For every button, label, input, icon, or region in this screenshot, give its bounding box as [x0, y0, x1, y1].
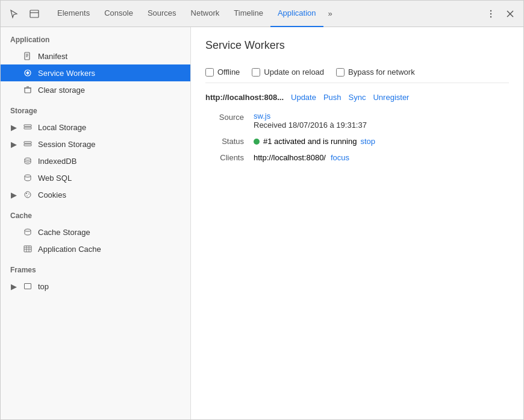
local-storage-arrow-icon: ▶ — [10, 124, 17, 131]
options-row: Offline Update on reload Bypass for netw… — [205, 61, 509, 83]
update-on-reload-input[interactable] — [252, 68, 260, 77]
web-sql-icon — [22, 172, 33, 183]
svg-point-24 — [28, 193, 30, 195]
tab-elements[interactable]: Elements — [50, 1, 97, 27]
cache-storage-icon — [22, 227, 33, 237]
top-frame-icon — [22, 281, 33, 292]
content-panel: Service Workers Offline Update on reload… — [191, 27, 523, 420]
tab-bar: Elements Console Sources Network Timelin… — [1, 1, 523, 27]
clients-label: Clients — [205, 153, 254, 162]
sidebar-item-cookies[interactable]: ▶ Cookies — [1, 186, 190, 203]
svg-rect-13 — [25, 88, 31, 93]
svg-rect-16 — [24, 125, 31, 127]
tab-console[interactable]: Console — [97, 1, 140, 27]
sw-source-row: Source sw.js Received 18/07/2016 à 19:31… — [205, 111, 509, 137]
svg-point-20 — [25, 158, 31, 160]
svg-point-3 — [490, 13, 491, 14]
update-on-reload-label: Update on reload — [264, 67, 324, 77]
manifest-icon — [22, 51, 33, 61]
tab-sources[interactable]: Sources — [140, 1, 184, 27]
devtools-icons — [5, 5, 43, 22]
svg-point-2 — [490, 10, 491, 11]
dock-icon[interactable] — [26, 5, 43, 22]
sidebar-item-web-sql[interactable]: Web SQL — [1, 169, 190, 186]
sw-clients-row: Clients http://localhost:8080/ focus — [205, 153, 509, 162]
tab-application[interactable]: Application — [270, 1, 323, 27]
sw-unregister-link[interactable]: Unregister — [373, 93, 409, 102]
overflow-menu-icon[interactable] — [482, 5, 499, 22]
sw-sync-link[interactable]: Sync — [349, 93, 366, 102]
sidebar-item-clear-storage[interactable]: Clear storage — [1, 81, 190, 98]
close-icon[interactable] — [502, 5, 519, 22]
svg-point-26 — [25, 229, 31, 231]
clear-storage-label: Clear storage — [38, 86, 85, 95]
menu-icons — [482, 5, 519, 22]
offline-label: Offline — [217, 67, 240, 77]
local-storage-label: Local Storage — [38, 123, 86, 132]
svg-point-4 — [490, 16, 491, 17]
update-on-reload-checkbox[interactable]: Update on reload — [252, 67, 324, 77]
sw-source-file-link[interactable]: sw.js — [254, 111, 270, 121]
svg-point-23 — [26, 193, 27, 194]
sw-received-text: Received 18/07/2016 à 19:31:37 — [254, 121, 367, 130]
sw-stop-link[interactable]: stop — [360, 137, 375, 146]
sw-update-link[interactable]: Update — [291, 93, 316, 102]
indexeddb-label: IndexedDB — [38, 157, 76, 166]
indexeddb-icon — [22, 155, 33, 166]
tab-network[interactable]: Network — [184, 1, 227, 27]
svg-point-12 — [27, 72, 29, 74]
sidebar-item-application-cache[interactable]: Application Cache — [1, 240, 190, 257]
offline-checkbox[interactable]: Offline — [205, 67, 240, 77]
sidebar-item-cache-storage[interactable]: Cache Storage — [1, 224, 190, 240]
sw-details-table: Source sw.js Received 18/07/2016 à 19:31… — [205, 111, 509, 162]
clear-storage-icon — [22, 84, 33, 95]
sidebar: Application Manifest Serv — [1, 27, 191, 420]
top-arrow-icon: ▶ — [10, 283, 17, 290]
sw-status-row: Status #1 activated and is running stop — [205, 137, 509, 153]
svg-point-22 — [25, 192, 31, 198]
cursor-icon[interactable] — [5, 5, 22, 22]
clients-url: http://localhost:8080/ — [254, 153, 326, 162]
service-worker-entry: http://localhost:808... Update Push Sync… — [205, 93, 509, 162]
sw-push-link[interactable]: Push — [323, 93, 342, 102]
bypass-for-network-input[interactable] — [336, 68, 345, 77]
cookies-arrow-icon: ▶ — [10, 191, 17, 198]
local-storage-icon — [22, 122, 33, 133]
sidebar-item-service-workers[interactable]: Service Workers — [1, 64, 190, 81]
application-section-header: Application — [1, 27, 190, 48]
svg-rect-7 — [25, 52, 30, 60]
bypass-for-network-label: Bypass for network — [348, 67, 415, 77]
tab-timeline[interactable]: Timeline — [226, 1, 270, 27]
session-storage-icon — [22, 139, 33, 149]
cache-storage-label: Cache Storage — [38, 228, 90, 237]
sw-url: http://localhost:808... — [205, 93, 284, 102]
application-cache-icon — [22, 243, 33, 254]
service-workers-label: Service Workers — [38, 69, 95, 78]
bypass-for-network-checkbox[interactable]: Bypass for network — [336, 67, 415, 77]
storage-section-header: Storage — [1, 98, 190, 119]
source-label: Source — [205, 111, 254, 137]
cache-section-header: Cache — [1, 203, 190, 224]
frames-section-header: Frames — [1, 257, 190, 278]
offline-input[interactable] — [205, 68, 214, 77]
sidebar-item-local-storage[interactable]: ▶ Local Storage — [1, 119, 190, 136]
sidebar-item-manifest[interactable]: Manifest — [1, 48, 190, 64]
web-sql-label: Web SQL — [38, 174, 72, 183]
svg-point-25 — [27, 195, 28, 196]
sw-focus-link[interactable]: focus — [331, 153, 349, 162]
clients-value: http://localhost:8080/ focus — [254, 153, 509, 162]
main-layout: Application Manifest Serv — [1, 27, 523, 420]
sidebar-item-indexeddb[interactable]: IndexedDB — [1, 152, 190, 169]
cookies-icon — [22, 189, 33, 200]
tab-more-button[interactable]: » — [323, 9, 337, 18]
svg-rect-17 — [24, 127, 31, 129]
svg-rect-19 — [24, 144, 31, 146]
sidebar-item-session-storage[interactable]: ▶ Session Storage — [1, 136, 190, 152]
sidebar-item-top[interactable]: ▶ top — [1, 278, 190, 295]
session-storage-label: Session Storage — [38, 140, 95, 149]
status-text: #1 activated and is running — [263, 137, 357, 146]
session-storage-arrow-icon: ▶ — [10, 140, 17, 148]
sw-url-row: http://localhost:808... Update Push Sync… — [205, 93, 509, 102]
svg-rect-27 — [24, 246, 31, 252]
status-value: #1 activated and is running stop — [254, 137, 509, 153]
